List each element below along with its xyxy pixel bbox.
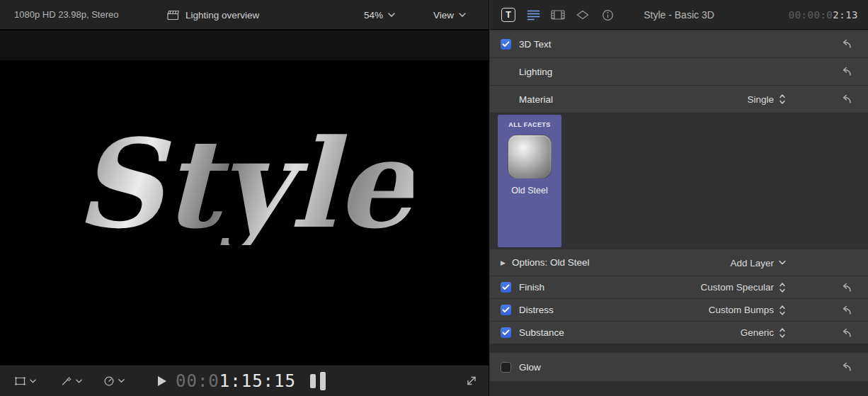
retime-tool-menu[interactable] bbox=[103, 375, 125, 386]
row-label: Options: Old Steel bbox=[512, 257, 590, 268]
finish-popup[interactable]: Custom Specular bbox=[700, 282, 786, 293]
row-label: Substance bbox=[519, 327, 564, 338]
popup-value: Custom Specular bbox=[700, 282, 774, 293]
check-icon bbox=[502, 307, 510, 313]
playhead-timecode[interactable]: 00:01:15:15 bbox=[176, 371, 296, 391]
check-icon bbox=[502, 329, 510, 336]
add-layer-button[interactable]: Add Layer bbox=[730, 257, 786, 268]
chevron-down-icon bbox=[779, 261, 786, 265]
row-label: 3D Text bbox=[519, 39, 552, 50]
row-label: Lighting bbox=[519, 67, 552, 77]
chevron-down-icon bbox=[30, 379, 36, 383]
substance-popup[interactable]: Generic bbox=[741, 327, 786, 339]
checkbox-substance[interactable] bbox=[501, 327, 511, 338]
reset-icon bbox=[841, 283, 852, 292]
expand-icon bbox=[466, 375, 477, 386]
reset-button[interactable] bbox=[841, 305, 852, 315]
reset-icon bbox=[841, 67, 852, 77]
keying-tool-menu[interactable] bbox=[61, 376, 82, 386]
format-label: 1080p HD 23.98p, Stereo bbox=[14, 9, 118, 20]
viewer-toolbar-top: 1080p HD 23.98p, Stereo Lighting overvie… bbox=[0, 0, 489, 30]
row-3d-text: 3D Text bbox=[490, 30, 868, 57]
row-glow: Glow bbox=[490, 353, 868, 381]
checkbox-3d-text[interactable] bbox=[501, 39, 511, 50]
reset-button[interactable] bbox=[841, 328, 852, 337]
popup-chevrons-icon bbox=[779, 282, 786, 293]
popup-value: Single bbox=[747, 94, 774, 105]
transform-tool-menu[interactable] bbox=[14, 376, 36, 386]
timecode-bright-digits: 2:13 bbox=[833, 9, 858, 21]
timecode-bright-digits: 1:15:15 bbox=[219, 371, 296, 391]
retime-tool-icon bbox=[103, 375, 115, 386]
keying-tool-icon bbox=[61, 376, 72, 386]
checkbox-glow[interactable] bbox=[501, 362, 511, 373]
row-finish: Finish Custom Specular bbox=[490, 276, 868, 298]
check-icon bbox=[502, 41, 510, 47]
timecode-dim-digits: 00:00:0 bbox=[789, 9, 833, 21]
clapperboard-icon bbox=[167, 10, 179, 21]
zoom-value: 54% bbox=[364, 10, 383, 21]
reset-button[interactable] bbox=[841, 283, 852, 292]
material-thumbnail bbox=[508, 135, 552, 179]
viewer-toolbar-bottom: 00:01:15:15 bbox=[0, 365, 489, 396]
checkbox-finish[interactable] bbox=[501, 282, 511, 293]
view-label: View bbox=[433, 10, 454, 21]
row-distress: Distress Custom Bumps bbox=[490, 299, 868, 321]
inspector-header: T bbox=[490, 0, 868, 30]
transform-tool-icon bbox=[14, 376, 26, 386]
reset-button[interactable] bbox=[841, 67, 852, 77]
reset-icon bbox=[841, 95, 852, 104]
reset-icon bbox=[841, 305, 852, 315]
checkbox-distress[interactable] bbox=[501, 305, 511, 315]
timecode-dim-digits: 00:0 bbox=[176, 371, 219, 391]
view-dropdown[interactable]: View bbox=[433, 7, 466, 23]
check-icon bbox=[502, 284, 510, 290]
row-label: Distress bbox=[519, 305, 554, 315]
canvas-3d-text[interactable]: Style bbox=[75, 123, 413, 245]
chevron-down-icon bbox=[76, 379, 82, 383]
row-substance: Substance Generic bbox=[490, 322, 868, 344]
reset-icon bbox=[841, 328, 852, 337]
reset-icon bbox=[841, 40, 852, 49]
material-swatch-selected[interactable]: ALL FACETS Old Steel bbox=[498, 115, 561, 247]
popup-chevrons-icon bbox=[779, 305, 786, 316]
play-button[interactable] bbox=[158, 376, 166, 386]
popup-chevrons-icon bbox=[779, 94, 786, 105]
popup-chevrons-icon bbox=[779, 327, 786, 339]
canvas[interactable]: Style bbox=[0, 30, 489, 365]
zoom-dropdown[interactable]: 54% bbox=[364, 7, 395, 23]
popup-value: Generic bbox=[741, 327, 774, 338]
project-title: Lighting overview bbox=[185, 10, 259, 21]
row-lighting: Lighting bbox=[490, 58, 868, 85]
chevron-down-icon bbox=[388, 13, 395, 17]
row-label: Material bbox=[519, 94, 553, 105]
material-name: Old Steel bbox=[498, 186, 561, 196]
project-title-group: Lighting overview bbox=[167, 7, 259, 23]
add-layer-label: Add Layer bbox=[730, 257, 774, 268]
row-label: Glow bbox=[519, 362, 541, 373]
swatch-header: ALL FACETS bbox=[498, 121, 561, 128]
viewer-pane: 1080p HD 23.98p, Stereo Lighting overvie… bbox=[0, 0, 489, 396]
row-options: ▶ Options: Old Steel Add Layer bbox=[490, 249, 868, 276]
audio-meter-bar bbox=[310, 374, 316, 388]
disclosure-triangle-icon[interactable]: ▶ bbox=[501, 259, 506, 266]
reset-icon bbox=[841, 363, 852, 372]
row-material: Material Single bbox=[490, 86, 868, 113]
inspector-pane: T bbox=[490, 0, 868, 396]
material-well: ALL FACETS Old Steel bbox=[490, 113, 868, 249]
reset-button[interactable] bbox=[841, 363, 852, 372]
popup-value: Custom Bumps bbox=[709, 305, 774, 315]
expand-viewer-button[interactable] bbox=[466, 375, 477, 389]
chevron-down-icon bbox=[118, 379, 125, 383]
audio-meter-bar bbox=[320, 372, 326, 390]
reset-button[interactable] bbox=[841, 40, 852, 49]
app-window: 1080p HD 23.98p, Stereo Lighting overvie… bbox=[0, 0, 868, 396]
reset-button[interactable] bbox=[841, 95, 852, 104]
chevron-down-icon bbox=[459, 13, 466, 17]
row-label: Finish bbox=[519, 282, 544, 293]
inspector-timecode: 00:00:02:13 bbox=[789, 9, 858, 21]
material-popup[interactable]: Single bbox=[747, 94, 786, 105]
distress-popup[interactable]: Custom Bumps bbox=[709, 305, 786, 316]
